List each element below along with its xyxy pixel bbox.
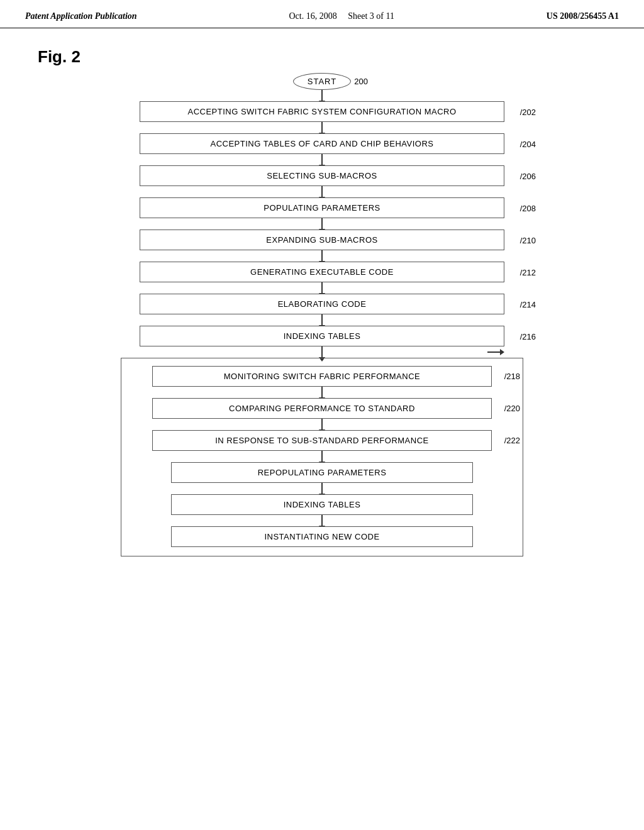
step-216-text: INDEXING TABLES	[284, 331, 361, 341]
step-208-text: POPULATING PARAMETERS	[264, 203, 380, 213]
header-patent-number: US 2008/256455 A1	[547, 11, 619, 21]
step-210: EXPANDING SUB-MACROS	[140, 230, 504, 250]
step-216: INDEXING TABLES	[140, 326, 504, 346]
step-202: ACCEPTING SWITCH FABRIC SYSTEM CONFIGURA…	[140, 101, 504, 122]
step-210-number: /210	[520, 235, 536, 245]
step-202-number: /202	[520, 107, 536, 116]
header-date-sheet: Oct. 16, 2008 Sheet 3 of 11	[289, 11, 394, 21]
step-222: IN RESPONSE TO SUB-STANDARD PERFORMANCE	[152, 430, 492, 451]
step-220: COMPARING PERFORMANCE TO STANDARD	[152, 398, 492, 419]
start-number: 200	[354, 77, 368, 86]
step-indexing-inner: INDEXING TABLES	[171, 494, 473, 515]
step-218-text: MONITORING SWITCH FABRIC PERFORMANCE	[224, 372, 420, 381]
step-repopulating-text: REPOPULATING PARAMETERS	[258, 468, 387, 477]
step-208-number: /208	[520, 203, 536, 213]
loop-back-arrow	[514, 358, 524, 556]
step-206: SELECTING SUB-MACROS	[140, 165, 504, 186]
step-216-number: /216	[520, 331, 536, 341]
start-label: START	[308, 77, 336, 86]
step-208: POPULATING PARAMETERS	[140, 197, 504, 218]
step-204-text: ACCEPTING TABLES OF CARD AND CHIP BEHAVI…	[211, 139, 434, 148]
start-node: START	[293, 73, 351, 90]
step-202-text: ACCEPTING SWITCH FABRIC SYSTEM CONFIGURA…	[187, 107, 456, 116]
step-204-number: /204	[520, 139, 536, 148]
step-instantiating: INSTANTIATING NEW CODE	[171, 526, 473, 547]
step-214: ELABORATING CODE	[140, 294, 504, 314]
step-222-text: IN RESPONSE TO SUB-STANDARD PERFORMANCE	[215, 436, 429, 445]
step-212-text: GENERATING EXECUTABLE CODE	[250, 267, 394, 277]
step-220-text: COMPARING PERFORMANCE TO STANDARD	[229, 404, 415, 413]
step-214-number: /214	[520, 299, 536, 309]
figure-label: Fig. 2	[38, 47, 606, 67]
step-204: ACCEPTING TABLES OF CARD AND CHIP BEHAVI…	[140, 133, 504, 154]
step-214-text: ELABORATING CODE	[278, 299, 367, 309]
step-206-number: /206	[520, 171, 536, 180]
step-206-text: SELECTING SUB-MACROS	[267, 171, 377, 180]
header-sheet: Sheet 3 of 11	[348, 11, 394, 21]
step-212-number: /212	[520, 267, 536, 277]
header-date: Oct. 16, 2008	[289, 11, 337, 21]
step-indexing-inner-text: INDEXING TABLES	[284, 500, 361, 509]
main-content: Fig. 2 START 200 ACCEPTING SWITCH FABRIC…	[0, 28, 644, 582]
flowchart: START 200 ACCEPTING SWITCH FABRIC SYSTEM…	[38, 73, 606, 556]
step-212: GENERATING EXECUTABLE CODE	[140, 262, 504, 282]
step-instantiating-text: INSTANTIATING NEW CODE	[264, 532, 379, 541]
step-210-text: EXPANDING SUB-MACROS	[266, 235, 377, 245]
outer-loop-box: MONITORING SWITCH FABRIC PERFORMANCE /21…	[121, 358, 523, 556]
page-header: Patent Application Publication Oct. 16, …	[0, 0, 644, 28]
header-publication-label: Patent Application Publication	[25, 11, 137, 21]
step-repopulating: REPOPULATING PARAMETERS	[171, 462, 473, 483]
step-218: MONITORING SWITCH FABRIC PERFORMANCE	[152, 366, 492, 387]
